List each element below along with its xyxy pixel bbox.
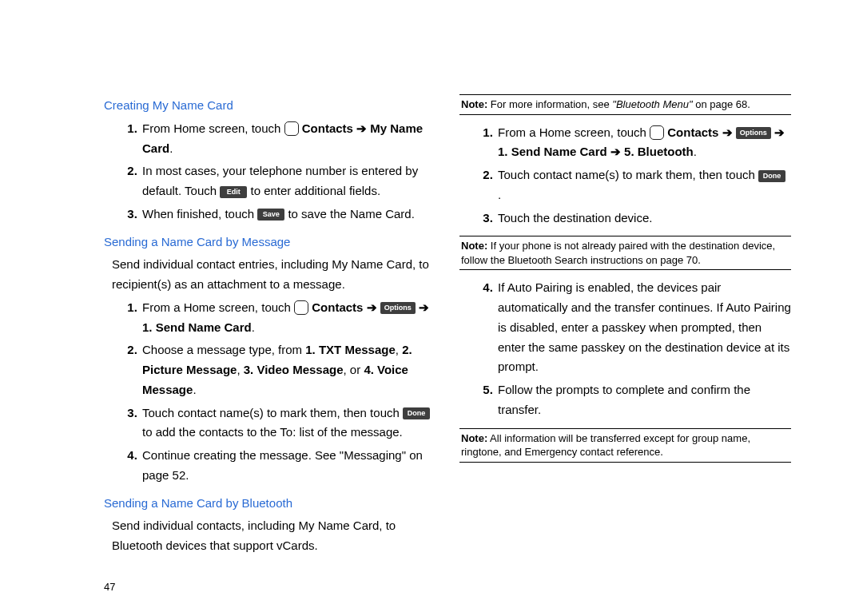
steps-bluetooth-b: If Auto Pairing is enabled, the devices … <box>459 278 791 419</box>
step: From Home screen, touch Contacts ➔ My Na… <box>141 119 435 159</box>
right-column: Note: For more information, see "Bluetoo… <box>459 89 791 595</box>
steps-send-message: From a Home screen, touch Contacts ➔ Opt… <box>104 298 435 486</box>
step: Touch contact name(s) to mark them, then… <box>496 165 791 205</box>
text: . <box>694 145 697 158</box>
options-softkey: Options <box>380 302 416 314</box>
app-icon <box>650 125 664 140</box>
arrow: ➔ <box>416 300 429 314</box>
text: Continue creating the message. See "Mess… <box>142 448 423 482</box>
app-icon <box>294 300 308 315</box>
manual-page: Creating My Name Card From Home screen, … <box>0 0 863 616</box>
page-number: 47 <box>104 578 435 595</box>
note-italic: "Bluetooth Menu" <box>612 98 692 110</box>
text: , or <box>344 363 364 376</box>
note-text: on page 68. <box>693 98 750 110</box>
bold-text: Contacts ➔ <box>667 125 736 139</box>
bold-text: 3. Video Message <box>244 363 344 376</box>
step: From a Home screen, touch Contacts ➔ Opt… <box>496 123 791 163</box>
note-label: Note: <box>461 98 487 110</box>
step: Follow the prompts to complete and confi… <box>496 380 791 420</box>
app-icon <box>284 121 299 136</box>
heading-creating-name-card: Creating My Name Card <box>104 96 435 116</box>
step: In most cases, your telephone number is … <box>141 161 435 201</box>
note-text: For more information, see <box>487 98 612 110</box>
heading-send-by-bluetooth: Sending a Name Card by Bluetooth <box>104 494 435 514</box>
heading-send-by-message: Sending a Name Card by Message <box>104 232 435 252</box>
text: Follow the prompts to complete and confi… <box>498 383 750 416</box>
done-softkey: Done <box>403 407 430 419</box>
note-box: Note: For more information, see "Bluetoo… <box>459 94 791 115</box>
step: Touch contact name(s) to mark them, then… <box>141 403 435 443</box>
steps-creating: From Home screen, touch Contacts ➔ My Na… <box>104 119 435 225</box>
text: Touch contact name(s) to mark them, then… <box>498 168 758 181</box>
text: to enter additional fields. <box>247 184 380 197</box>
note-box: Note: All information will be transferre… <box>459 428 791 463</box>
text: . <box>193 383 196 396</box>
text: Touch the destination device. <box>498 211 652 225</box>
note-text: If your phone is not already paired with… <box>461 240 775 266</box>
text: Choose a message type, from <box>142 343 305 356</box>
text: Touch contact name(s) to mark them, then… <box>142 406 403 419</box>
text: . <box>498 188 501 201</box>
arrow: ➔ <box>771 125 785 139</box>
note-box: Note: If your phone is not already paire… <box>459 236 791 270</box>
step: Choose a message type, from 1. TXT Messa… <box>141 340 435 399</box>
text: From a Home screen, touch <box>142 300 294 314</box>
bold-text: Contacts ➔ <box>312 300 380 314</box>
bold-text: 1. Send Name Card ➔ 5. Bluetooth <box>498 145 694 158</box>
step: From a Home screen, touch Contacts ➔ Opt… <box>141 298 435 338</box>
note-label: Note: <box>461 432 487 444</box>
step: If Auto Pairing is enabled, the devices … <box>496 278 791 377</box>
text: From a Home screen, touch <box>498 125 650 139</box>
steps-bluetooth-a: From a Home screen, touch Contacts ➔ Opt… <box>459 123 791 229</box>
options-softkey: Options <box>736 127 771 139</box>
step: Continue creating the message. See "Mess… <box>141 446 435 486</box>
text: . <box>252 320 255 334</box>
edit-softkey: Edit <box>220 186 247 198</box>
bold-text: 1. TXT Message <box>305 343 396 356</box>
left-column: Creating My Name Card From Home screen, … <box>104 89 435 595</box>
done-softkey: Done <box>758 170 785 182</box>
text: to add the contacts to the To: list of t… <box>142 425 403 439</box>
text: . <box>169 141 173 155</box>
intro-text: Send individual contact entries, includi… <box>112 255 435 295</box>
step: Touch the destination device. <box>496 209 791 229</box>
step: When finished, touch Save to save the Na… <box>141 205 435 225</box>
text: If Auto Pairing is enabled, the devices … <box>498 280 791 373</box>
text: When finished, touch <box>142 207 257 221</box>
save-softkey: Save <box>257 209 284 221</box>
intro-text: Send individual contacts, including My N… <box>112 516 435 556</box>
text: to save the Name Card. <box>284 207 415 221</box>
text: , <box>237 363 243 376</box>
note-label: Note: <box>461 240 487 252</box>
bold-text: 1. Send Name Card <box>142 320 252 334</box>
note-text: All information will be transferred exce… <box>461 432 750 459</box>
text: , <box>396 343 402 356</box>
text: From Home screen, touch <box>142 121 284 135</box>
